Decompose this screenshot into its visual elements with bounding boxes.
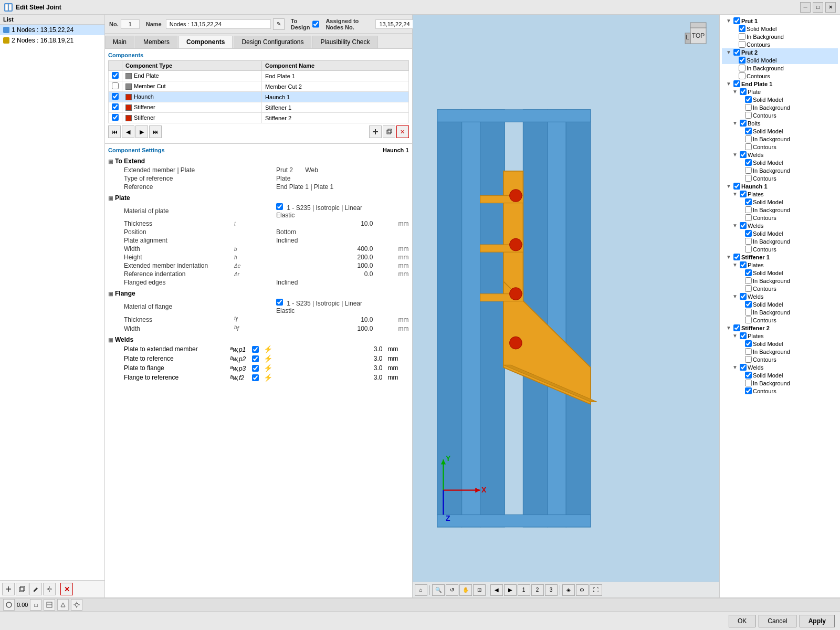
tree-checkbox-stiffener2[interactable] — [733, 324, 740, 331]
tree-item[interactable]: Contours — [722, 214, 838, 222]
tree-toggle[interactable]: ▼ — [732, 293, 739, 299]
tree-item[interactable]: Contours — [722, 40, 838, 48]
list-item[interactable]: 2 Nodes : 16,18,19,21 — [0, 35, 104, 46]
tree-item[interactable]: ▼ Welds — [722, 151, 838, 159]
tree-item[interactable]: In Background — [722, 33, 838, 40]
tree-toggle[interactable]: ▼ — [732, 364, 739, 370]
tree-toggle[interactable]: ▼ — [732, 152, 739, 158]
viewport-settings-button[interactable]: ⚙ — [576, 584, 589, 596]
tree-checkbox[interactable] — [745, 387, 752, 394]
tree-item[interactable]: Contours — [722, 72, 838, 80]
group-header[interactable]: ▣ Plate — [108, 193, 409, 203]
tree-item[interactable]: In Background — [722, 166, 838, 174]
tree-item[interactable]: Contours — [722, 316, 838, 324]
maximize-button[interactable]: □ — [813, 2, 823, 13]
tree-checkbox[interactable] — [745, 309, 752, 316]
tree-checkbox[interactable] — [745, 238, 752, 245]
group-header[interactable]: ▣ Welds — [108, 335, 409, 344]
tree-item[interactable]: ▼ Welds — [722, 292, 838, 300]
list-item[interactable]: 1 Nodes : 13,15,22,24 — [0, 25, 104, 35]
tree-checkbox[interactable] — [740, 191, 747, 197]
tree-checkbox[interactable] — [745, 175, 752, 182]
tree-toggle[interactable]: ▼ — [732, 120, 739, 126]
tree-item[interactable]: Solid Model — [722, 269, 838, 277]
tree-item[interactable]: ▼ Welds — [722, 363, 838, 371]
tree-item[interactable]: Solid Model — [722, 198, 838, 206]
tree-checkbox[interactable] — [745, 348, 752, 355]
tree-item[interactable]: ▼ Bolts — [722, 119, 838, 127]
table-row[interactable]: Haunch Haunch 1 — [109, 92, 409, 102]
tree-item[interactable]: Solid Model — [722, 229, 838, 237]
tree-checkbox[interactable] — [745, 246, 752, 253]
tree-checkbox[interactable] — [739, 57, 746, 64]
viewport-fullscreen-button[interactable]: ⛶ — [590, 584, 602, 596]
status-btn1[interactable] — [3, 599, 15, 611]
tree-item[interactable]: Contours — [722, 285, 838, 292]
tree-item[interactable]: Contours — [722, 245, 838, 253]
tree-item[interactable]: Contours — [722, 143, 838, 151]
tree-checkbox[interactable] — [740, 222, 747, 229]
tree-checkbox[interactable] — [745, 104, 752, 111]
viewport-fit-button[interactable]: ⊡ — [473, 584, 486, 596]
tree-checkbox[interactable] — [739, 72, 746, 79]
tree-checkbox[interactable] — [745, 277, 752, 284]
comp-delete[interactable]: ✕ — [396, 125, 409, 138]
status-btn5[interactable] — [71, 599, 82, 611]
tree-item[interactable]: ▼ Welds — [722, 222, 838, 229]
tree-item[interactable]: Contours — [722, 355, 838, 363]
tree-item[interactable]: In Background — [722, 206, 838, 214]
tree-checkbox[interactable] — [740, 261, 747, 268]
tree-toggle[interactable]: ▼ — [732, 333, 739, 339]
viewport[interactable]: TOP L — [413, 15, 720, 597]
tab-components[interactable]: Components — [178, 36, 233, 48]
tree-item[interactable]: Contours — [722, 174, 838, 182]
name-edit-button[interactable]: ✎ — [273, 18, 285, 30]
tree-item[interactable]: Solid Model — [722, 159, 838, 166]
tree-checkbox-stiffener1[interactable] — [733, 254, 740, 260]
tree-checkbox[interactable] — [740, 364, 747, 371]
tree-checkbox[interactable] — [745, 230, 752, 237]
tree-item[interactable]: In Background — [722, 64, 838, 72]
no-input[interactable] — [121, 19, 140, 29]
tree-item[interactable]: In Background — [722, 103, 838, 111]
tree-item[interactable]: In Background — [722, 237, 838, 245]
viewport-pan-button[interactable]: ✋ — [459, 584, 472, 596]
table-row[interactable]: Stiffener Stiffener 2 — [109, 113, 409, 123]
tree-checkbox[interactable] — [740, 120, 747, 127]
weld-checkbox[interactable] — [252, 355, 259, 362]
delete-button[interactable]: ✕ — [60, 583, 73, 595]
viewport-home-button[interactable]: ⌂ — [415, 584, 427, 596]
tree-item[interactable]: Solid Model — [722, 96, 838, 103]
comp-move-first[interactable]: ⏮ — [108, 125, 121, 138]
tree-checkbox[interactable] — [745, 285, 752, 292]
tree-checkbox[interactable] — [745, 206, 752, 213]
tree-item[interactable]: Contours — [722, 387, 838, 395]
table-row[interactable]: Stiffener Stiffener 1 — [109, 102, 409, 113]
group-header[interactable]: ▣ Flange — [108, 289, 409, 298]
row-checkbox[interactable] — [112, 103, 119, 110]
tree-checkbox[interactable] — [745, 269, 752, 276]
tree-toggle[interactable]: ▼ — [732, 262, 739, 268]
tree-item-prut2[interactable]: ▼ Prut 2 — [722, 48, 838, 56]
comp-move-prev[interactable]: ◀ — [122, 125, 134, 138]
tree-item[interactable]: In Background — [722, 135, 838, 143]
tree-item[interactable]: In Background — [722, 277, 838, 285]
viewport-view2-button[interactable]: 2 — [531, 584, 544, 596]
tree-checkbox[interactable] — [745, 317, 752, 323]
tree-item[interactable]: Solid Model — [722, 127, 838, 135]
tree-item-stiffener1[interactable]: ▼ Stiffener 1 — [722, 253, 838, 261]
tree-toggle[interactable]: ▼ — [726, 183, 732, 189]
tab-design-configurations[interactable]: Design Configurations — [234, 36, 311, 48]
comp-move-last[interactable]: ⏭ — [149, 125, 162, 138]
tree-checkbox-haunch1[interactable] — [733, 183, 740, 190]
weld-checkbox[interactable] — [252, 346, 259, 353]
viewport-rotate-button[interactable]: ↺ — [446, 584, 458, 596]
status-btn3[interactable] — [44, 599, 55, 611]
tree-checkbox[interactable] — [740, 88, 747, 95]
tree-checkbox[interactable] — [739, 25, 746, 32]
tree-toggle[interactable]: ▼ — [726, 254, 732, 260]
tree-checkbox[interactable] — [745, 198, 752, 205]
viewport-view1-button[interactable]: 1 — [518, 584, 530, 596]
tree-checkbox[interactable] — [740, 332, 747, 339]
weld-checkbox[interactable] — [252, 374, 259, 381]
